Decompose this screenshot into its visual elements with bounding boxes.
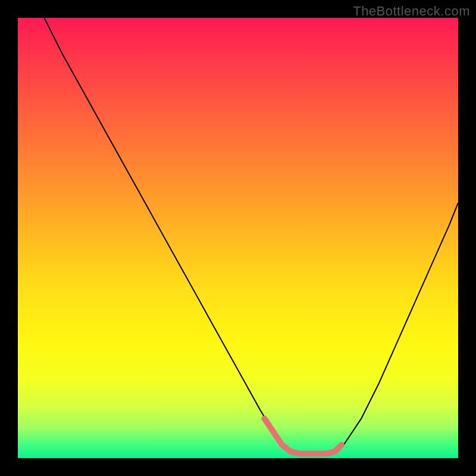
curve-svg (18, 18, 458, 458)
highlight-segment (264, 418, 342, 453)
bottleneck-curve (44, 18, 458, 454)
chart-container: TheBottleneck.com (0, 0, 476, 476)
watermark-text: TheBottleneck.com (353, 4, 470, 19)
